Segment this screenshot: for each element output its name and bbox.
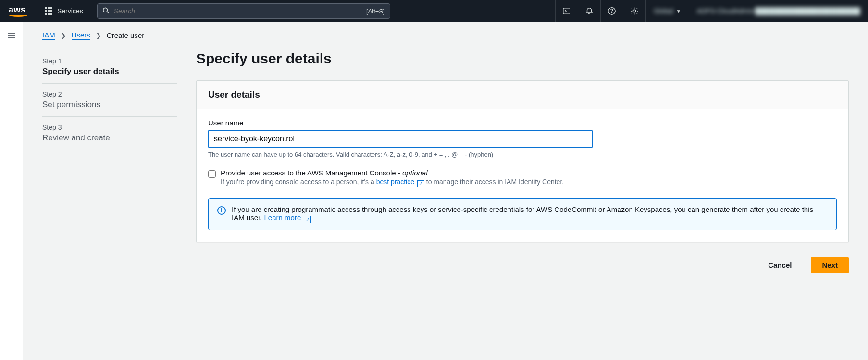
chevron-right-icon: ❯ [96,32,101,39]
console-access-sub-pre: If you're providing console access to a … [221,178,376,186]
console-access-label: Provide user access to the AWS Managemen… [221,169,564,177]
username-hint: The user name can have up to 64 characte… [208,151,837,158]
chevron-down-icon: ▼ [676,9,681,14]
cancel-button[interactable]: Cancel [757,257,802,273]
info-text: If you are creating programmatic access … [232,205,828,223]
console-access-checkbox[interactable] [208,170,216,178]
next-button[interactable]: Next [811,257,849,273]
step-2[interactable]: Step 2 Set permissions [42,84,177,117]
info-box: i If you are creating programmatic acces… [208,198,837,231]
breadcrumb: IAM ❯ Users ❯ Create user [42,31,849,40]
topnav-right: Global ▼ ADFS-CloudAdmin/███████████████… [555,0,868,22]
step-number: Step 1 [42,57,177,65]
step-number: Step 3 [42,124,177,131]
external-link-icon: ↗ [304,216,311,223]
svg-line-1 [107,12,109,13]
breadcrumb-iam[interactable]: IAM [42,31,55,40]
best-practice-link[interactable]: best practice [376,178,414,186]
aws-logo-text: aws [9,5,26,14]
search-input[interactable] [98,4,390,18]
user-details-panel: User details User name The user name can… [196,80,849,242]
search-shortcut-hint: [Alt+S] [366,8,385,15]
account-menu[interactable]: ADFS-CloudAdmin/██████████████████████ [689,0,868,22]
console-access-sub-post: to manage their access in IAM Identity C… [424,178,564,186]
footer-actions: Cancel Next [196,257,849,273]
step-number: Step 2 [42,90,177,98]
chevron-right-icon: ❯ [61,32,66,39]
side-nav-toggle[interactable] [3,27,20,44]
topnav: aws Services [Alt+S] [0,0,868,22]
global-search[interactable]: [Alt+S] [97,3,390,19]
panel-header: User details [197,81,848,109]
learn-more-link[interactable]: Learn more [264,213,301,222]
workarea: IAM ❯ Users ❯ Create user Step 1 Specify… [23,22,868,360]
external-link-icon: ↗ [417,180,424,187]
main-content: Specify user details User details User n… [196,50,849,273]
console-access-sub: If you're providing console access to a … [221,178,564,187]
console-access-optional: optional [402,169,428,177]
account-label: ADFS-CloudAdmin/██████████████████████ [697,7,860,15]
wizard-steps: Step 1 Specify user details Step 2 Set p… [42,50,177,273]
aws-logo[interactable]: aws [0,0,37,22]
services-menu[interactable]: Services [37,0,91,22]
notifications-icon[interactable] [578,0,600,22]
step-title: Review and create [42,133,177,143]
help-icon[interactable] [600,0,623,22]
cloudshell-icon[interactable] [555,0,578,22]
step-title: Specify user details [42,67,177,76]
panel-title: User details [208,89,837,100]
svg-point-0 [103,8,107,12]
search-icon [102,7,109,15]
breadcrumb-users[interactable]: Users [72,31,90,40]
svg-point-5 [633,10,636,12]
services-label: Services [57,7,83,15]
grid-icon [45,7,52,15]
step-1[interactable]: Step 1 Specify user details [42,50,177,84]
username-label: User name [208,119,837,127]
step-3[interactable]: Step 3 Review and create [42,117,177,149]
svg-point-4 [612,12,612,13]
info-icon: i [217,206,226,215]
region-label: Global [654,7,673,15]
region-selector[interactable]: Global ▼ [645,0,688,22]
username-input[interactable] [208,130,593,148]
page-title: Specify user details [196,50,849,67]
step-title: Set permissions [42,100,177,110]
breadcrumb-current: Create user [107,31,144,39]
console-access-label-text: Provide user access to the AWS Managemen… [221,169,402,177]
settings-icon[interactable] [623,0,645,22]
